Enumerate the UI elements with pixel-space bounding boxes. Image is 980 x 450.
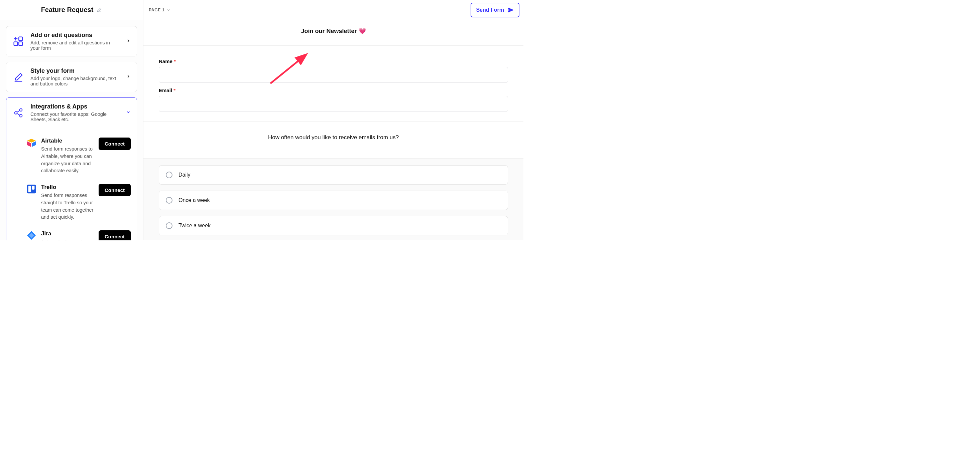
- card-integrations: Integrations & Apps Connect your favorit…: [6, 97, 137, 240]
- required-star: *: [173, 87, 175, 93]
- integration-airtable: Airtable Send form responses to Airtable…: [26, 133, 131, 179]
- card-edit-questions[interactable]: Add or edit questions Add, remove and ed…: [6, 26, 137, 56]
- connect-button[interactable]: Connect: [99, 230, 131, 240]
- send-form-label: Send Form: [476, 7, 504, 13]
- connect-button[interactable]: Connect: [99, 138, 131, 150]
- svg-rect-1: [14, 42, 18, 45]
- integration-jira: Jira Automatically create new issue in y…: [26, 226, 131, 240]
- jira-icon: [26, 230, 37, 240]
- grid-plus-icon: [13, 35, 24, 48]
- option-label: Once a week: [178, 197, 210, 203]
- card-title: Integrations & Apps: [30, 103, 120, 110]
- svg-rect-2: [19, 42, 22, 45]
- chevron-down-icon: [126, 110, 131, 116]
- chevron-right-icon: [126, 38, 131, 44]
- card-subtitle: Add your logo, change background, text a…: [30, 76, 120, 86]
- svg-point-3: [20, 108, 22, 111]
- option-once-week[interactable]: Once a week: [159, 191, 508, 210]
- integration-title: Airtable: [41, 138, 94, 144]
- preview-heading-2: How often would you like to receive emai…: [143, 126, 523, 149]
- card-integrations-header[interactable]: Integrations & Apps Connect your favorit…: [13, 103, 131, 122]
- integration-desc: Send form responses to Airtable, where y…: [41, 146, 94, 174]
- card-subtitle: Add, remove and edit all questions in yo…: [30, 40, 120, 51]
- page-selector[interactable]: PAGE 1: [149, 8, 170, 12]
- name-input[interactable]: [159, 67, 508, 83]
- integration-trello: Trello Send form responses straight to T…: [26, 179, 131, 226]
- svg-rect-11: [32, 186, 35, 190]
- radio-icon: [166, 222, 172, 229]
- share-nodes-icon: [13, 107, 24, 119]
- send-form-button[interactable]: Send Form: [471, 3, 519, 17]
- integration-title: Trello: [41, 184, 94, 191]
- card-title: Add or edit questions: [30, 32, 120, 39]
- email-label: Email *: [159, 87, 508, 93]
- option-daily[interactable]: Daily: [159, 165, 508, 185]
- connect-button[interactable]: Connect: [99, 184, 131, 196]
- card-style-form[interactable]: Style your form Add your logo, change ba…: [6, 62, 137, 92]
- form-title: Feature Request: [41, 6, 94, 14]
- option-label: Twice a week: [178, 223, 211, 229]
- integration-desc: Send form responses straight to Trello s…: [41, 192, 94, 221]
- chevron-right-icon: [126, 74, 131, 80]
- integration-desc: Automatically create new issue in your J…: [41, 238, 94, 240]
- option-twice-week[interactable]: Twice a week: [159, 216, 508, 235]
- svg-rect-0: [19, 37, 22, 40]
- preview-heading-1: Join our Newsletter 💗: [143, 25, 523, 36]
- trello-icon: [26, 184, 37, 194]
- email-input[interactable]: [159, 96, 508, 112]
- card-subtitle: Connect your favorite apps: Google Sheet…: [30, 111, 120, 122]
- option-label: Daily: [178, 172, 191, 178]
- svg-point-5: [20, 114, 22, 117]
- svg-point-4: [15, 111, 18, 114]
- edit-title-icon[interactable]: [97, 7, 102, 13]
- form-title-header: Feature Request: [0, 0, 143, 20]
- required-star: *: [174, 59, 176, 64]
- radio-icon: [166, 171, 172, 178]
- send-icon: [508, 7, 514, 13]
- svg-rect-10: [29, 186, 31, 192]
- chevron-down-icon: [167, 8, 170, 12]
- integration-title: Jira: [41, 230, 94, 237]
- airtable-icon: [26, 138, 37, 147]
- pencil-icon: [13, 71, 24, 83]
- radio-icon: [166, 197, 172, 204]
- name-label: Name *: [159, 59, 508, 64]
- card-title: Style your form: [30, 67, 120, 74]
- page-label: PAGE 1: [149, 8, 164, 12]
